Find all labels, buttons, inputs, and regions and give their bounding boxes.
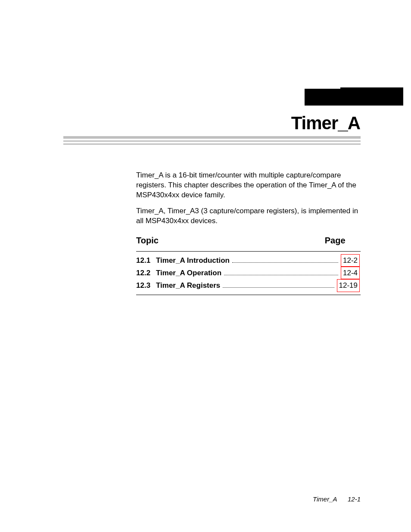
title-rules <box>63 136 361 146</box>
toc-leader <box>232 257 338 263</box>
chapter-label: Chapter 12 <box>241 78 340 89</box>
toc-leader <box>223 282 334 288</box>
footer-page-number: 12-1 <box>348 495 361 503</box>
page-footer: Timer_A 12-1 <box>63 495 361 503</box>
footer-label: Timer_A <box>313 495 337 503</box>
intro-paragraph-1: Timer_A is a 16-bit timer/counter with m… <box>136 171 361 200</box>
intro-paragraph-2: Timer_A, Timer_A3 (3 capture/compare reg… <box>136 206 361 226</box>
chapter-tab <box>305 87 403 106</box>
toc-leader <box>224 270 338 276</box>
toc-title: Timer_A Registers <box>156 280 220 291</box>
intro-text: Timer_A is a 16-bit timer/counter with m… <box>136 171 361 232</box>
toc-row: 12.2 Timer_A Operation 12-4 <box>136 267 361 279</box>
toc-row: 12.1 Timer_A Introduction 12-2 <box>136 254 361 267</box>
toc-title: Timer_A Operation <box>156 267 221 279</box>
toc-title: Timer_A Introduction <box>156 255 230 266</box>
toc-page-link[interactable]: 12-4 <box>341 267 360 279</box>
topic-heading: Topic Page <box>136 236 346 246</box>
toc-number: 12.2 <box>136 267 156 279</box>
toc-page-link[interactable]: 12-19 <box>337 279 360 292</box>
toc-row: 12.3 Timer_A Registers 12-19 <box>136 279 361 292</box>
toc-box: 12.1 Timer_A Introduction 12-2 12.2 Time… <box>136 251 361 295</box>
toc-page-link[interactable]: 12-2 <box>341 254 360 267</box>
toc-number: 12.1 <box>136 255 156 266</box>
toc-number: 12.3 <box>136 280 156 291</box>
chapter-title: Timer_A <box>291 113 360 134</box>
